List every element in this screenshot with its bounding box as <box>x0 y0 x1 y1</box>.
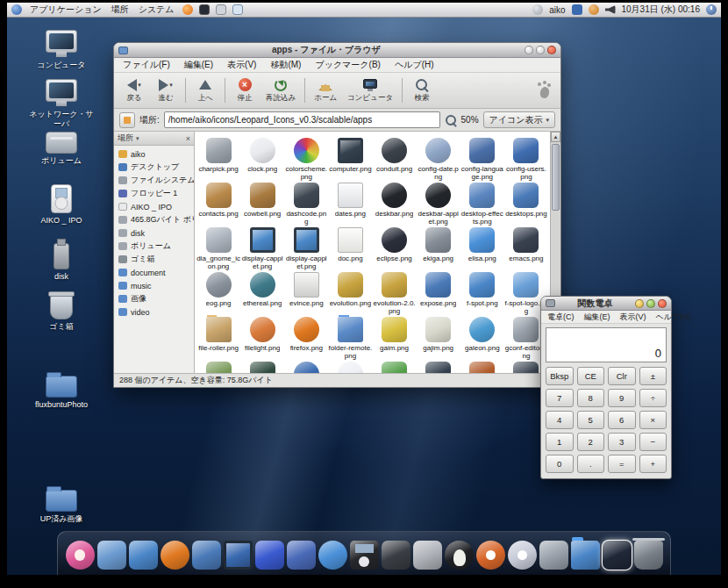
chevron-down-icon[interactable]: ▾ <box>138 82 141 89</box>
file-item[interactable]: desktop-effects.png <box>460 181 504 226</box>
file-item[interactable]: deskbar-applet.png <box>417 181 460 226</box>
sidebar-item[interactable]: フロッピー 1 <box>114 187 194 200</box>
location-toggle-button[interactable] <box>119 112 135 128</box>
file-item[interactable]: eog.png <box>196 270 240 315</box>
file-item[interactable] <box>284 360 328 373</box>
file-menu-0[interactable]: ファイル(F) <box>121 59 172 71</box>
terminal-launcher-icon[interactable] <box>199 4 210 15</box>
calc-key-=[interactable]: = <box>608 455 636 473</box>
calc-key-8[interactable]: 8 <box>577 389 605 407</box>
file-item[interactable]: conduit.png <box>373 136 417 181</box>
dock-image-viewer[interactable] <box>97 541 126 570</box>
file-item[interactable]: deskbar.png <box>373 181 417 226</box>
file-window-titlebar[interactable]: apps - ファイル・ブラウザ <box>114 43 560 58</box>
sidebar-item[interactable]: ボリューム <box>114 240 194 253</box>
back-button[interactable]: ▾戻る <box>119 75 149 106</box>
zoom-icon[interactable] <box>445 114 457 126</box>
dock-ipod-black[interactable] <box>350 541 379 570</box>
desktop-icon-folder[interactable]: UP済み画像 <box>28 485 95 524</box>
dock-workspaces[interactable] <box>192 541 221 570</box>
calc-key-.[interactable]: . <box>577 455 605 473</box>
file-item[interactable]: display-capplet.png <box>240 226 284 270</box>
file-item[interactable]: elisa.png <box>460 226 504 270</box>
location-input[interactable] <box>164 111 440 128</box>
username[interactable]: aiko <box>549 5 565 15</box>
chevron-down-icon[interactable]: ▾ <box>169 82 173 89</box>
sidebar-item[interactable]: music <box>114 279 194 292</box>
calc-key-7[interactable]: 7 <box>546 389 574 407</box>
file-menu-3[interactable]: 移動(M) <box>268 59 303 71</box>
dock-writer[interactable] <box>255 541 284 570</box>
sidebar-item[interactable]: デスクトップ <box>114 161 194 174</box>
calc-key-+[interactable]: + <box>639 455 667 473</box>
file-item[interactable]: dashcode.png <box>284 181 328 226</box>
calc-menu-2[interactable]: 表示(V) <box>618 312 648 323</box>
dock-photo-app[interactable] <box>66 541 95 570</box>
calc-key-CE[interactable]: CE <box>577 367 605 385</box>
zoom-level[interactable]: 50% <box>461 115 479 125</box>
calc-key-1[interactable]: 1 <box>546 433 574 451</box>
file-item[interactable]: config-language.png <box>460 136 504 181</box>
file-item[interactable]: gajim.png <box>417 315 460 360</box>
calc-key-−[interactable]: − <box>639 433 667 451</box>
desktop-icon-usb[interactable]: disk <box>28 239 95 282</box>
file-item[interactable]: colorscheme.png <box>284 136 328 181</box>
file-item[interactable]: emacs.png <box>504 226 548 270</box>
file-menu-5[interactable]: ヘルプ(H) <box>393 59 436 71</box>
clock[interactable]: 10月31日 (水) 00:16 <box>622 4 701 16</box>
file-item[interactable]: evince.png <box>284 270 328 315</box>
file-menu-2[interactable]: 表示(V) <box>225 59 258 71</box>
sidebar-item[interactable]: video <box>114 305 194 319</box>
sidebar-item[interactable]: disk <box>114 226 194 240</box>
sidebar-item[interactable]: aiko <box>114 147 194 161</box>
file-item[interactable]: computer.png <box>328 136 372 181</box>
desktop-icon-folder[interactable]: fluxbuntuPhoto <box>28 371 95 410</box>
mail-launcher-icon[interactable] <box>232 4 243 15</box>
dock-trash[interactable] <box>634 541 663 570</box>
maximize-button[interactable] <box>536 46 545 54</box>
file-item[interactable] <box>328 360 372 373</box>
sidebar-header[interactable]: 場所 ▾ × <box>114 132 194 146</box>
calc-menu-1[interactable]: 編集(E) <box>582 312 612 323</box>
power-icon[interactable] <box>706 4 717 15</box>
dock-folder[interactable] <box>571 541 600 570</box>
file-item[interactable]: cowbell.png <box>240 181 284 226</box>
file-item[interactable]: display-capplet.png <box>284 226 328 270</box>
desktop-icon-ipod[interactable]: AIKO _ IPO <box>28 184 95 226</box>
file-item[interactable]: doc.png <box>328 226 372 270</box>
dock-paint-tool[interactable] <box>413 541 442 570</box>
calc-key-±[interactable]: ± <box>639 367 667 385</box>
file-item[interactable]: galeon.png <box>460 315 504 360</box>
calc-key-4[interactable]: 4 <box>546 411 574 429</box>
distro-logo-icon[interactable] <box>11 4 22 15</box>
updates-tray-icon[interactable] <box>589 4 599 15</box>
dock-file-manager[interactable] <box>129 541 158 570</box>
file-menu-4[interactable]: ブックマーク(B) <box>313 59 382 71</box>
file-item[interactable]: firefox.png <box>284 315 328 360</box>
dock-network-tool[interactable] <box>287 541 316 570</box>
file-item[interactable]: clock.png <box>240 136 284 181</box>
menu-system[interactable]: システム <box>137 4 176 16</box>
desktop-icon-trash[interactable]: ゴミ箱 <box>28 290 95 332</box>
menu-applications[interactable]: アプリケーション <box>28 4 103 16</box>
file-item[interactable]: ethereal.png <box>240 270 284 315</box>
computer-button[interactable]: コンピュータ <box>343 75 397 106</box>
file-item[interactable] <box>196 360 240 373</box>
dock-film-reel[interactable] <box>476 541 505 570</box>
calc-key-5[interactable]: 5 <box>577 411 605 429</box>
file-item[interactable] <box>240 360 284 373</box>
sidebar-item[interactable]: 465.8Gバイト ボリュー... <box>114 213 194 226</box>
file-item[interactable]: expose.png <box>417 270 460 315</box>
file-item[interactable]: folder-remote.png <box>328 315 372 360</box>
file-item[interactable] <box>460 360 504 373</box>
calc-key-0[interactable]: 0 <box>546 455 574 473</box>
dock-firefox[interactable] <box>161 541 189 570</box>
view-mode-select[interactable]: アイコン表示 ▾ <box>483 111 555 128</box>
file-item[interactable]: f-spot.png <box>460 270 504 315</box>
file-item[interactable]: charpick.png <box>196 136 240 181</box>
scrollbar-thumb[interactable] <box>552 144 560 211</box>
file-item[interactable]: evolution.png <box>328 270 372 315</box>
network-tray-icon[interactable] <box>572 4 582 15</box>
scroll-up-icon[interactable]: ▲ <box>551 132 560 142</box>
sidebar-item[interactable]: AIKO _ IPO <box>114 200 194 213</box>
